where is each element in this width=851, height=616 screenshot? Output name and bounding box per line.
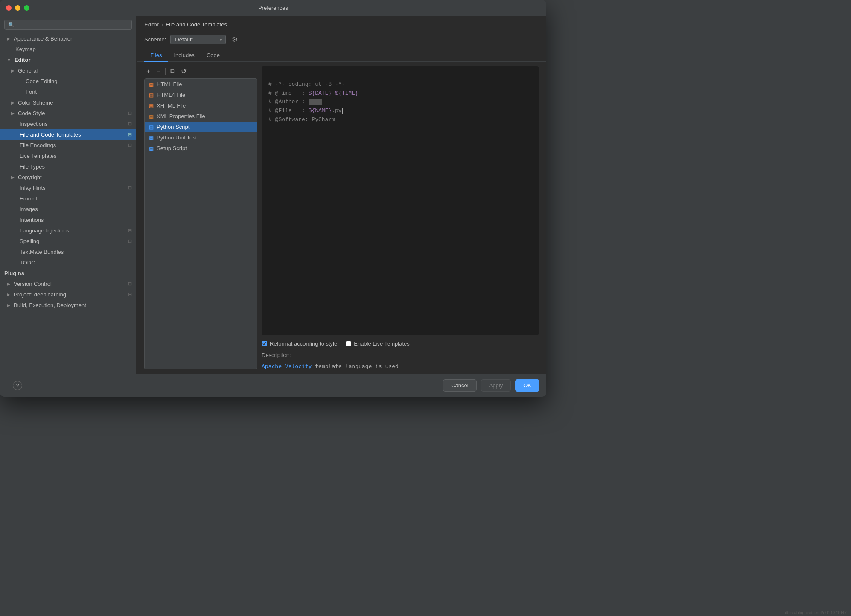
badge-icon: ⊞ bbox=[128, 185, 132, 191]
tab-code[interactable]: Code bbox=[201, 49, 226, 62]
reformat-checkbox[interactable] bbox=[262, 341, 267, 346]
tabs-row: Files Includes Code bbox=[137, 49, 546, 62]
sidebar-item-textmate-bundles[interactable]: TextMate Bundles bbox=[0, 247, 136, 257]
file-item-xml-properties-file[interactable]: ▩ XML Properties File bbox=[145, 111, 257, 122]
sidebar-item-copyright[interactable]: ▶ Copyright bbox=[0, 172, 136, 183]
scheme-settings-button[interactable]: ⚙ bbox=[230, 34, 239, 45]
file-list: ▩ HTML File ▩ HTML4 File ▩ XHTML File bbox=[144, 78, 257, 369]
badge-icon: ⊞ bbox=[128, 121, 132, 127]
expand-arrow-icon: ▶ bbox=[11, 68, 15, 73]
sidebar-item-inlay-hints[interactable]: Inlay Hints ⊞ bbox=[0, 183, 136, 193]
sidebar-item-file-encodings[interactable]: File Encodings ⊞ bbox=[0, 140, 136, 151]
search-box[interactable]: 🔍 bbox=[4, 20, 132, 30]
remove-template-button[interactable]: − bbox=[154, 67, 162, 76]
scheme-label: Scheme: bbox=[144, 36, 166, 43]
description-divider bbox=[262, 360, 539, 360]
content-area: Editor › File and Code Templates Scheme:… bbox=[137, 16, 546, 374]
sidebar-item-build-execution-deployment[interactable]: ▶ Build, Execution, Deployment bbox=[0, 300, 136, 311]
breadcrumb-separator: › bbox=[161, 21, 163, 28]
sidebar-label: Copyright bbox=[18, 174, 42, 180]
live-templates-label: Enable Live Templates bbox=[354, 340, 410, 347]
scheme-select[interactable]: Default Project bbox=[170, 35, 226, 44]
help-button[interactable]: ? bbox=[13, 381, 22, 390]
description-text: Apache Velocity template language is use… bbox=[262, 363, 539, 369]
sidebar-item-project-deeplearning[interactable]: ▶ Project: deeplearning ⊞ bbox=[0, 289, 136, 300]
file-item-html4-file[interactable]: ▩ HTML4 File bbox=[145, 90, 257, 100]
file-item-html-file[interactable]: ▩ HTML File bbox=[145, 79, 257, 90]
search-input[interactable] bbox=[17, 22, 128, 28]
sidebar-item-editor[interactable]: ▼ Editor bbox=[0, 55, 136, 65]
breadcrumb: Editor › File and Code Templates bbox=[137, 16, 546, 31]
description-section: Description: Apache Velocity template la… bbox=[262, 352, 539, 369]
badge-icon: ⊞ bbox=[128, 110, 132, 116]
sidebar-label: Inspections bbox=[20, 121, 48, 127]
live-templates-checkbox-label[interactable]: Enable Live Templates bbox=[346, 340, 410, 347]
add-template-button[interactable]: + bbox=[144, 67, 152, 76]
tab-files[interactable]: Files bbox=[144, 49, 168, 62]
sidebar-item-keymap[interactable]: Keymap bbox=[0, 44, 136, 55]
sidebar-item-plugins[interactable]: Plugins bbox=[0, 268, 136, 279]
main-layout: 🔍 ▶ Appearance & Behavior Keymap ▼ Edito… bbox=[0, 16, 546, 374]
sidebar-label: Inlay Hints bbox=[20, 185, 46, 191]
sidebar-item-color-scheme[interactable]: ▶ Color Scheme bbox=[0, 97, 136, 108]
html-file-icon: ▩ bbox=[149, 81, 154, 87]
file-item-python-script[interactable]: ▩ Python Script bbox=[145, 122, 257, 132]
sidebar-item-emmet[interactable]: Emmet bbox=[0, 193, 136, 204]
file-item-xhtml-file[interactable]: ▩ XHTML File bbox=[145, 100, 257, 111]
copy-template-button[interactable]: ⧉ bbox=[168, 67, 177, 76]
sidebar-item-language-injections[interactable]: Language Injections ⊞ bbox=[0, 225, 136, 236]
file-list-panel: + − ⧉ ↺ ▩ HTML File ▩ HTML4 File bbox=[144, 66, 257, 369]
file-item-python-unit-test[interactable]: ▩ Python Unit Test bbox=[145, 132, 257, 143]
title-bar: Preferences bbox=[0, 0, 546, 16]
sidebar-label: Live Templates bbox=[20, 153, 56, 159]
sidebar-item-file-types[interactable]: File Types bbox=[0, 161, 136, 172]
reset-template-button[interactable]: ↺ bbox=[179, 66, 189, 76]
ok-button[interactable]: OK bbox=[515, 379, 539, 392]
description-label: Description: bbox=[262, 352, 539, 358]
badge-icon: ⊞ bbox=[128, 292, 132, 297]
sidebar-item-live-templates[interactable]: Live Templates bbox=[0, 151, 136, 161]
sidebar-item-font[interactable]: Font bbox=[0, 87, 136, 97]
sidebar-item-inspections[interactable]: Inspections ⊞ bbox=[0, 119, 136, 129]
live-templates-checkbox[interactable] bbox=[346, 341, 351, 346]
tab-includes[interactable]: Includes bbox=[168, 49, 200, 62]
cancel-button[interactable]: Cancel bbox=[443, 379, 476, 392]
sidebar-item-code-style[interactable]: ▶ Code Style ⊞ bbox=[0, 108, 136, 119]
sidebar-item-spelling[interactable]: Spelling ⊞ bbox=[0, 236, 136, 247]
close-button[interactable] bbox=[6, 5, 12, 11]
sidebar-label: TextMate Bundles bbox=[20, 249, 64, 255]
xhtml-file-icon: ▩ bbox=[149, 103, 154, 109]
window-title: Preferences bbox=[258, 5, 288, 11]
sidebar-item-version-control[interactable]: ▶ Version Control ⊞ bbox=[0, 279, 136, 289]
sidebar-label: Version Control bbox=[14, 281, 52, 287]
code-editor-panel: # -*- coding: utf-8 -*- # @Time : ${DATE… bbox=[262, 66, 539, 369]
sidebar-item-general[interactable]: ▶ General bbox=[0, 65, 136, 76]
apply-button[interactable]: Apply bbox=[481, 379, 511, 392]
description-suffix: template language is used bbox=[312, 363, 399, 369]
sidebar-item-code-editing[interactable]: Code Editing bbox=[0, 76, 136, 87]
window-controls[interactable] bbox=[6, 5, 29, 11]
sidebar-item-images[interactable]: Images bbox=[0, 204, 136, 215]
file-item-label: HTML4 File bbox=[157, 92, 185, 98]
options-row: Reformat according to style Enable Live … bbox=[262, 339, 539, 349]
sidebar-item-file-and-code-templates[interactable]: File and Code Templates ⊞ bbox=[0, 129, 136, 140]
file-list-toolbar: + − ⧉ ↺ bbox=[144, 66, 257, 76]
sidebar-label: Editor bbox=[15, 57, 31, 63]
maximize-button[interactable] bbox=[24, 5, 29, 11]
code-editor[interactable]: # -*- coding: utf-8 -*- # @Time : ${DATE… bbox=[262, 66, 539, 335]
split-panel: + − ⧉ ↺ ▩ HTML File ▩ HTML4 File bbox=[137, 62, 546, 374]
sidebar-label: TODO bbox=[20, 259, 35, 266]
setup-script-icon: ▩ bbox=[149, 145, 154, 151]
sidebar-label: Language Injections bbox=[20, 227, 69, 234]
file-item-label: Python Script bbox=[157, 124, 189, 130]
sidebar-item-intentions[interactable]: Intentions bbox=[0, 215, 136, 225]
badge-icon: ⊞ bbox=[128, 142, 132, 148]
apache-velocity-link[interactable]: Apache Velocity bbox=[262, 363, 312, 369]
badge-icon: ⊞ bbox=[128, 281, 132, 287]
file-item-setup-script[interactable]: ▩ Setup Script bbox=[145, 143, 257, 154]
sidebar-item-appearance-behavior[interactable]: ▶ Appearance & Behavior bbox=[0, 33, 136, 44]
scheme-select-wrap[interactable]: Default Project bbox=[170, 35, 226, 44]
sidebar-item-todo[interactable]: TODO bbox=[0, 257, 136, 268]
minimize-button[interactable] bbox=[15, 5, 20, 11]
reformat-checkbox-label[interactable]: Reformat according to style bbox=[262, 340, 337, 347]
